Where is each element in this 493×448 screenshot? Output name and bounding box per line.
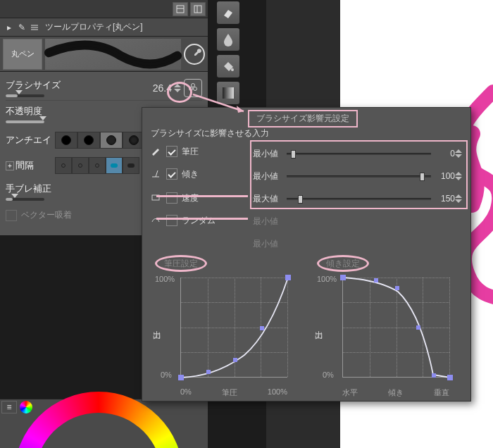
layout-icon[interactable] bbox=[173, 2, 188, 16]
opacity-label: 不透明度 bbox=[6, 105, 55, 118]
panel-topbar bbox=[0, 0, 208, 18]
panel-header: ▸ ✎ ツールプロパティ[丸ペン] bbox=[0, 18, 208, 37]
preset-thumbnail[interactable]: 丸ペン bbox=[3, 39, 42, 70]
close-icon[interactable]: ▸ bbox=[3, 23, 15, 32]
brush-stroke-preview bbox=[45, 39, 181, 70]
spacing-opt-1[interactable] bbox=[55, 157, 72, 174]
blur-icon[interactable] bbox=[217, 28, 239, 51]
svg-rect-23 bbox=[416, 325, 420, 330]
input-random[interactable]: ランダム bbox=[149, 211, 244, 230]
svg-rect-17 bbox=[233, 358, 237, 362]
spacing-opt-5[interactable] bbox=[123, 157, 139, 174]
velocity-icon bbox=[149, 192, 162, 204]
value-sliders: 最小値 0 最小値 100 最大値 150 最小値 最小値 bbox=[253, 144, 463, 257]
vector-snap-label: ベクター吸着 bbox=[21, 209, 72, 221]
stabilize-slider[interactable] bbox=[6, 198, 44, 201]
aa-option-1[interactable] bbox=[55, 132, 77, 149]
spacing-opt-4[interactable] bbox=[106, 157, 123, 174]
svg-rect-15 bbox=[178, 375, 184, 380]
brush-size-value[interactable]: 26.4 bbox=[89, 82, 174, 94]
pressure-curve-grid[interactable] bbox=[180, 278, 287, 378]
tilt-curve: 傾き設定 100% 出力 0% 水平 傾き 垂直 bbox=[317, 273, 458, 397]
eraser-icon[interactable] bbox=[217, 1, 239, 24]
svg-rect-2 bbox=[194, 6, 201, 13]
svg-rect-24 bbox=[432, 373, 436, 378]
svg-rect-0 bbox=[177, 6, 184, 13]
layout-icon-2[interactable] bbox=[190, 2, 206, 16]
input-tilt[interactable]: 傾き bbox=[149, 164, 244, 184]
app-window: ▸ ✎ ツールプロパティ[丸ペン] 丸ペン bbox=[0, 0, 493, 448]
pen-pressure-icon bbox=[149, 146, 162, 158]
aa-option-2[interactable] bbox=[77, 132, 100, 149]
menu-icon[interactable] bbox=[28, 24, 41, 31]
pin-icon[interactable]: ✎ bbox=[15, 23, 28, 32]
pressure-curve-title: 筆圧設定 bbox=[155, 255, 207, 272]
svg-point-10 bbox=[231, 68, 234, 71]
annotation-arrow bbox=[193, 94, 249, 116]
svg-rect-22 bbox=[395, 286, 399, 290]
pen-pressure-text: 筆圧 bbox=[182, 146, 199, 158]
spacing-opt-2[interactable] bbox=[72, 157, 89, 174]
popup-subtitle: ブラシサイズに影響させる入力 bbox=[151, 127, 269, 139]
tilt-icon bbox=[149, 168, 162, 180]
svg-rect-21 bbox=[374, 278, 378, 282]
antialias-label: アンチエイ bbox=[6, 134, 55, 147]
svg-point-8 bbox=[194, 87, 197, 91]
random-checkbox[interactable] bbox=[166, 215, 177, 226]
tilt-checkbox[interactable] bbox=[166, 168, 177, 180]
pen-pressure-checkbox[interactable] bbox=[166, 146, 177, 157]
panel-title: ツールプロパティ[丸ペン] bbox=[45, 21, 143, 33]
random-text: ランダム bbox=[182, 215, 216, 227]
slider-2[interactable] bbox=[287, 173, 431, 180]
input-source-list: 筆圧 傾き 速度 ランダム bbox=[149, 142, 244, 233]
svg-rect-19 bbox=[285, 275, 291, 280]
tilt-curve-title: 傾き設定 bbox=[317, 255, 369, 272]
color-panel: ≡ bbox=[0, 399, 208, 448]
aa-option-3[interactable] bbox=[100, 132, 123, 149]
slider-1[interactable] bbox=[287, 150, 431, 157]
dynamics-popup: ブラシサイズ影響元設定 ブラシサイズに影響させる入力 筆圧 傾き 速度 bbox=[142, 107, 471, 402]
svg-rect-25 bbox=[447, 375, 453, 380]
svg-rect-18 bbox=[260, 326, 264, 330]
preset-bar: 丸ペン bbox=[0, 37, 208, 72]
slider-random-disabled: 最小値 bbox=[253, 235, 463, 253]
svg-rect-20 bbox=[340, 275, 346, 280]
annotation-underline-1 bbox=[156, 195, 248, 197]
popup-title: ブラシサイズ影響元設定 bbox=[248, 110, 358, 127]
pressure-curve: 筆圧設定 100% 出力 0% 0% 筆圧 100% bbox=[155, 273, 296, 397]
slider-velocity-disabled: 最小値 bbox=[253, 212, 463, 230]
tilt-text: 傾き bbox=[182, 168, 199, 180]
input-velocity[interactable]: 速度 bbox=[149, 188, 244, 208]
spacing-opt-3[interactable] bbox=[89, 157, 106, 174]
subtool-detail-button[interactable] bbox=[184, 44, 205, 65]
tilt-curve-grid[interactable] bbox=[342, 278, 449, 378]
svg-line-12 bbox=[193, 94, 244, 111]
opacity-slider[interactable] bbox=[6, 120, 44, 123]
svg-point-9 bbox=[192, 84, 195, 87]
fill-icon[interactable] bbox=[217, 55, 239, 77]
velocity-checkbox[interactable] bbox=[166, 192, 177, 204]
random-icon bbox=[149, 215, 162, 227]
vector-snap-checkbox[interactable] bbox=[6, 210, 17, 221]
input-pen-pressure[interactable]: 筆圧 bbox=[149, 142, 244, 161]
svg-rect-16 bbox=[206, 370, 211, 374]
slider-3[interactable] bbox=[287, 195, 431, 202]
spacing-label: +間隔 bbox=[6, 159, 55, 172]
annotation-circle bbox=[167, 82, 192, 103]
side-tool-column bbox=[217, 1, 242, 104]
brush-size-slider[interactable] bbox=[6, 94, 44, 97]
velocity-text: 速度 bbox=[182, 192, 199, 204]
annotation-underline-2 bbox=[156, 218, 248, 220]
